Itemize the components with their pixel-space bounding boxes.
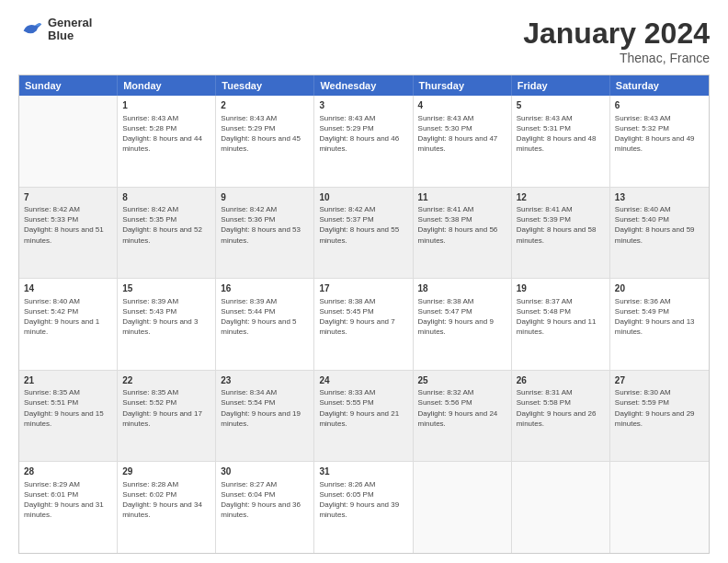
day-number: 21 [24,374,112,387]
day-number: 29 [122,465,210,478]
weekday-header-saturday: Saturday [610,75,709,96]
day-number: 22 [122,374,210,387]
cell-info: Sunrise: 8:29 AMSunset: 6:01 PMDaylight:… [24,479,112,521]
calendar-cell-4-3: 31Sunrise: 8:26 AMSunset: 6:05 PMDayligh… [314,462,413,553]
day-number: 10 [319,191,407,204]
cell-info: Sunrise: 8:31 AMSunset: 5:58 PMDaylight:… [517,387,605,429]
day-number: 5 [517,99,605,112]
day-number: 4 [418,99,506,112]
day-number: 1 [122,99,210,112]
weekday-header-monday: Monday [118,75,216,96]
weekday-header-thursday: Thursday [414,75,512,96]
cell-info: Sunrise: 8:43 AMSunset: 5:29 PMDaylight:… [319,113,407,155]
calendar-cell-0-1: 1Sunrise: 8:43 AMSunset: 5:28 PMDaylight… [118,96,216,187]
day-number: 12 [517,191,605,204]
location-title: Thenac, France [523,51,710,65]
cell-info: Sunrise: 8:39 AMSunset: 5:44 PMDaylight:… [221,296,309,338]
calendar-row-3: 21Sunrise: 8:35 AMSunset: 5:51 PMDayligh… [19,371,709,463]
calendar-cell-2-5: 19Sunrise: 8:37 AMSunset: 5:48 PMDayligh… [512,279,610,370]
cell-info: Sunrise: 8:38 AMSunset: 5:47 PMDaylight:… [418,296,506,338]
calendar-cell-1-3: 10Sunrise: 8:42 AMSunset: 5:37 PMDayligh… [314,188,413,279]
weekday-header-friday: Friday [512,75,610,96]
day-number: 23 [221,374,309,387]
cell-info: Sunrise: 8:42 AMSunset: 5:35 PMDaylight:… [122,204,210,246]
cell-info: Sunrise: 8:26 AMSunset: 6:05 PMDaylight:… [319,479,407,521]
cell-info: Sunrise: 8:43 AMSunset: 5:31 PMDaylight:… [517,113,605,155]
day-number: 25 [418,374,506,387]
calendar-row-4: 28Sunrise: 8:29 AMSunset: 6:01 PMDayligh… [19,462,709,553]
cell-info: Sunrise: 8:42 AMSunset: 5:37 PMDaylight:… [319,204,407,246]
day-number: 9 [221,191,309,204]
cell-info: Sunrise: 8:40 AMSunset: 5:42 PMDaylight:… [24,296,112,338]
day-number: 8 [122,191,210,204]
calendar: SundayMondayTuesdayWednesdayThursdayFrid… [18,75,710,554]
calendar-cell-1-4: 11Sunrise: 8:41 AMSunset: 5:38 PMDayligh… [414,188,512,279]
calendar-cell-2-0: 14Sunrise: 8:40 AMSunset: 5:42 PMDayligh… [19,279,118,370]
cell-info: Sunrise: 8:38 AMSunset: 5:45 PMDaylight:… [319,296,407,338]
cell-info: Sunrise: 8:43 AMSunset: 5:32 PMDaylight:… [615,113,704,155]
day-number: 20 [615,282,704,295]
cell-info: Sunrise: 8:40 AMSunset: 5:40 PMDaylight:… [615,204,704,246]
day-number: 3 [319,99,407,112]
cell-info: Sunrise: 8:34 AMSunset: 5:54 PMDaylight:… [221,387,309,429]
calendar-cell-3-3: 24Sunrise: 8:33 AMSunset: 5:55 PMDayligh… [314,371,413,462]
logo: General Blue [18,17,92,43]
cell-info: Sunrise: 8:43 AMSunset: 5:29 PMDaylight:… [221,113,309,155]
day-number: 31 [319,465,407,478]
calendar-cell-0-5: 5Sunrise: 8:43 AMSunset: 5:31 PMDaylight… [512,96,610,187]
calendar-cell-2-4: 18Sunrise: 8:38 AMSunset: 5:47 PMDayligh… [414,279,512,370]
day-number: 6 [615,99,704,112]
day-number: 26 [517,374,605,387]
calendar-cell-4-2: 30Sunrise: 8:27 AMSunset: 6:04 PMDayligh… [216,462,314,553]
calendar-cell-1-2: 9Sunrise: 8:42 AMSunset: 5:36 PMDaylight… [216,188,314,279]
header: General Blue January 2024 Thenac, France [18,17,710,65]
cell-info: Sunrise: 8:32 AMSunset: 5:56 PMDaylight:… [418,387,506,429]
calendar-cell-4-6 [610,462,709,553]
day-number: 13 [615,191,704,204]
calendar-cell-4-1: 29Sunrise: 8:28 AMSunset: 6:02 PMDayligh… [118,462,216,553]
calendar-row-1: 7Sunrise: 8:42 AMSunset: 5:33 PMDaylight… [19,188,709,280]
cell-info: Sunrise: 8:43 AMSunset: 5:28 PMDaylight:… [122,113,210,155]
calendar-cell-0-4: 4Sunrise: 8:43 AMSunset: 5:30 PMDaylight… [414,96,512,187]
calendar-cell-0-0 [19,96,118,187]
weekday-header-wednesday: Wednesday [314,75,413,96]
weekday-header-tuesday: Tuesday [216,75,314,96]
weekday-header-sunday: Sunday [19,75,118,96]
calendar-cell-2-3: 17Sunrise: 8:38 AMSunset: 5:45 PMDayligh… [314,279,413,370]
calendar-cell-3-5: 26Sunrise: 8:31 AMSunset: 5:58 PMDayligh… [512,371,610,462]
day-number: 27 [615,374,704,387]
cell-info: Sunrise: 8:35 AMSunset: 5:52 PMDaylight:… [122,387,210,429]
calendar-row-0: 1Sunrise: 8:43 AMSunset: 5:28 PMDaylight… [19,96,709,188]
page: General Blue January 2024 Thenac, France… [0,0,728,563]
cell-info: Sunrise: 8:37 AMSunset: 5:48 PMDaylight:… [517,296,605,338]
calendar-cell-3-0: 21Sunrise: 8:35 AMSunset: 5:51 PMDayligh… [19,371,118,462]
cell-info: Sunrise: 8:42 AMSunset: 5:33 PMDaylight:… [24,204,112,246]
calendar-cell-4-5 [512,462,610,553]
calendar-header: SundayMondayTuesdayWednesdayThursdayFrid… [19,75,709,96]
title-block: January 2024 Thenac, France [523,17,710,65]
calendar-cell-2-6: 20Sunrise: 8:36 AMSunset: 5:49 PMDayligh… [610,279,709,370]
day-number: 15 [122,282,210,295]
cell-info: Sunrise: 8:41 AMSunset: 5:38 PMDaylight:… [418,204,506,246]
calendar-row-2: 14Sunrise: 8:40 AMSunset: 5:42 PMDayligh… [19,279,709,371]
calendar-cell-3-6: 27Sunrise: 8:30 AMSunset: 5:59 PMDayligh… [610,371,709,462]
cell-info: Sunrise: 8:28 AMSunset: 6:02 PMDaylight:… [122,479,210,521]
day-number: 19 [517,282,605,295]
day-number: 16 [221,282,309,295]
cell-info: Sunrise: 8:43 AMSunset: 5:30 PMDaylight:… [418,113,506,155]
calendar-cell-1-6: 13Sunrise: 8:40 AMSunset: 5:40 PMDayligh… [610,188,709,279]
calendar-cell-3-2: 23Sunrise: 8:34 AMSunset: 5:54 PMDayligh… [216,371,314,462]
logo-line2: Blue [48,29,92,42]
day-number: 30 [221,465,309,478]
cell-info: Sunrise: 8:36 AMSunset: 5:49 PMDaylight:… [615,296,704,338]
day-number: 18 [418,282,506,295]
calendar-cell-1-0: 7Sunrise: 8:42 AMSunset: 5:33 PMDaylight… [19,188,118,279]
calendar-cell-3-1: 22Sunrise: 8:35 AMSunset: 5:52 PMDayligh… [118,371,216,462]
cell-info: Sunrise: 8:42 AMSunset: 5:36 PMDaylight:… [221,204,309,246]
cell-info: Sunrise: 8:30 AMSunset: 5:59 PMDaylight:… [615,387,704,429]
calendar-body: 1Sunrise: 8:43 AMSunset: 5:28 PMDaylight… [19,96,709,553]
calendar-cell-0-2: 2Sunrise: 8:43 AMSunset: 5:29 PMDaylight… [216,96,314,187]
cell-info: Sunrise: 8:27 AMSunset: 6:04 PMDaylight:… [221,479,309,521]
day-number: 11 [418,191,506,204]
calendar-cell-0-3: 3Sunrise: 8:43 AMSunset: 5:29 PMDaylight… [314,96,413,187]
